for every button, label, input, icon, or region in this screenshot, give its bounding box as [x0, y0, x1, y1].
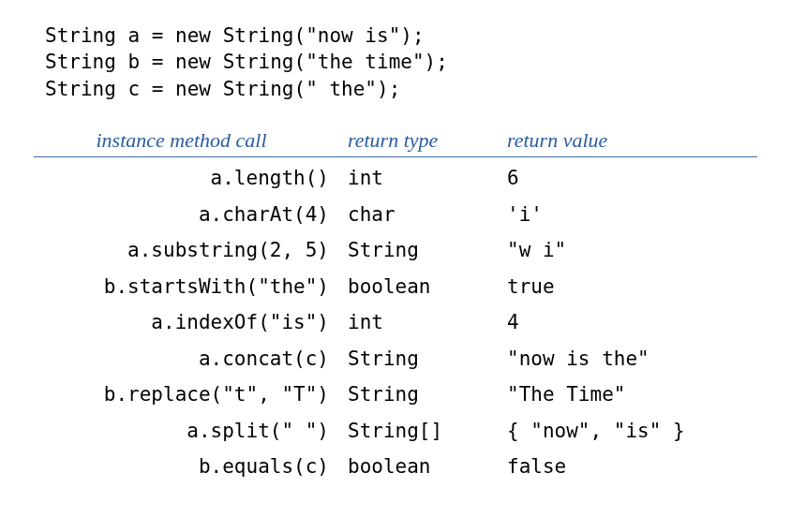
- code-line-2: String b = new String("the time");: [45, 49, 757, 75]
- cell-method: b.replace("t", "T"): [34, 379, 348, 410]
- cell-value: "w i": [507, 235, 757, 266]
- cell-value: 'i': [507, 200, 757, 230]
- header-type: return type: [348, 128, 507, 153]
- cell-value: false: [507, 451, 757, 482]
- header-method: instance method call: [34, 128, 348, 153]
- cell-value: "now is the": [507, 344, 757, 375]
- table-row: a.substring(2, 5) String "w i": [34, 235, 757, 266]
- cell-type: boolean: [348, 451, 507, 482]
- table-row: b.startsWith("the") boolean true: [34, 272, 757, 303]
- cell-value: { "now", "is" }: [507, 416, 757, 447]
- table-header-row: instance method call return type return …: [34, 128, 757, 157]
- code-line-3: String c = new String(" the");: [45, 76, 757, 102]
- table-row: a.concat(c) String "now is the": [34, 344, 757, 375]
- code-block: String a = new String("now is"); String …: [45, 22, 757, 102]
- table-row: a.charAt(4) char 'i': [34, 200, 757, 230]
- cell-method: a.charAt(4): [34, 200, 348, 230]
- cell-method: b.startsWith("the"): [34, 272, 348, 303]
- table-row: a.split(" ") String[] { "now", "is" }: [34, 416, 757, 447]
- cell-type: String: [348, 344, 507, 375]
- cell-method: a.indexOf("is"): [34, 307, 348, 338]
- cell-value: "The Time": [507, 379, 757, 410]
- table-row: a.indexOf("is") int 4: [34, 307, 757, 338]
- table-row: b.replace("t", "T") String "The Time": [34, 379, 757, 410]
- cell-type: int: [348, 307, 507, 338]
- code-line-1: String a = new String("now is");: [45, 22, 757, 49]
- cell-method: a.length(): [34, 163, 348, 194]
- cell-value: true: [507, 272, 757, 303]
- cell-method: a.split(" "): [34, 416, 348, 447]
- cell-type: String: [348, 235, 507, 266]
- cell-value: 4: [507, 307, 757, 338]
- cell-method: a.concat(c): [34, 344, 348, 375]
- methods-table: instance method call return type return …: [34, 128, 757, 482]
- cell-method: b.equals(c): [34, 451, 348, 482]
- cell-method: a.substring(2, 5): [34, 235, 348, 266]
- cell-type: char: [348, 200, 507, 230]
- table-row: a.length() int 6: [34, 163, 757, 194]
- cell-type: int: [348, 163, 507, 194]
- cell-type: String: [348, 379, 507, 410]
- cell-type: boolean: [348, 272, 507, 303]
- table-row: b.equals(c) boolean false: [34, 451, 757, 482]
- cell-type: String[]: [348, 416, 507, 447]
- cell-value: 6: [507, 163, 757, 194]
- header-value: return value: [507, 128, 757, 153]
